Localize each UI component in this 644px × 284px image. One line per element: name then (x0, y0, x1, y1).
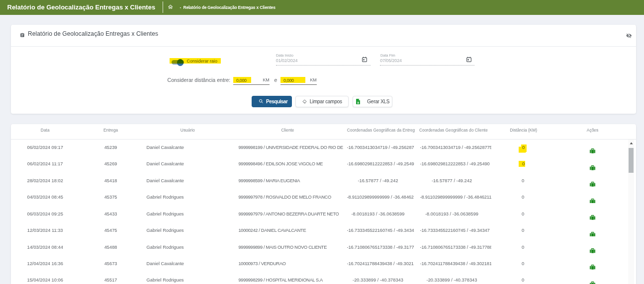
svg-text:x: x (357, 101, 359, 104)
